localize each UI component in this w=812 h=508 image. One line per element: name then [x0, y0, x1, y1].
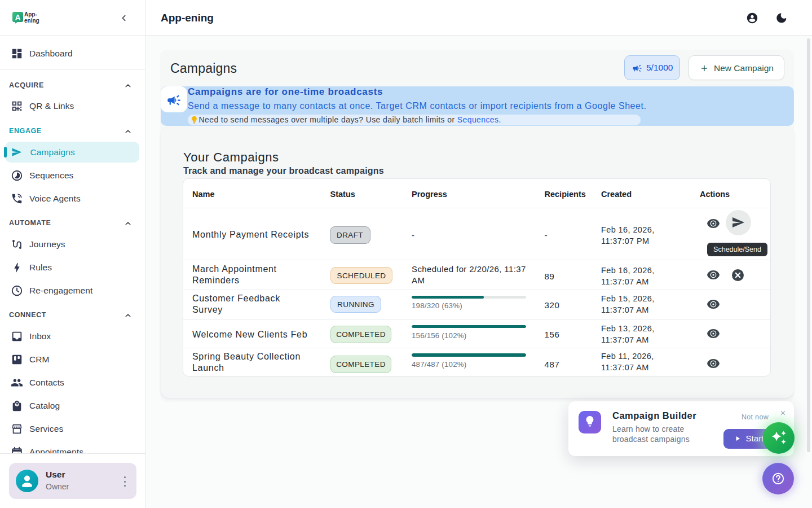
svg-text:A: A: [15, 13, 20, 22]
